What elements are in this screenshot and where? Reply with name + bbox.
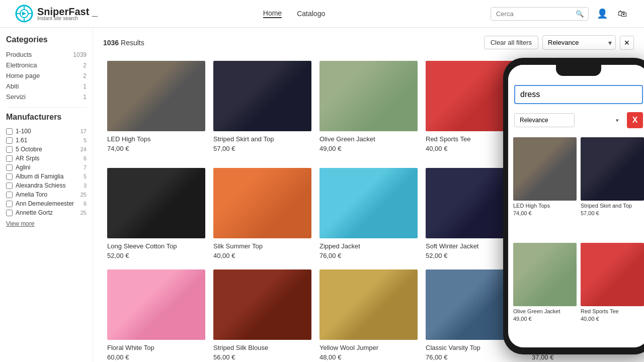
product-image	[213, 269, 311, 340]
clear-filters-button[interactable]: Clear all filters	[484, 36, 538, 49]
product-price: 57,00 €	[213, 145, 311, 152]
manufacturers-list: 1-10017 1.615 5 Octobre24 AR Srpls6 Agli…	[6, 127, 87, 217]
results-info: 1036 Results	[103, 39, 144, 47]
mfr-checkbox[interactable]	[6, 155, 13, 162]
category-count: 1039	[73, 51, 87, 58]
sidebar-item-elettronica[interactable]: Elettronica 2	[6, 60, 87, 70]
category-label: Servizi	[6, 93, 26, 101]
mfr-checkbox[interactable]	[6, 210, 13, 216]
nav-home[interactable]: Home	[263, 9, 282, 18]
cart-icon-button[interactable]: 🛍	[616, 7, 629, 21]
mfr-aglini[interactable]: Aglini7	[6, 163, 87, 172]
product-card[interactable]: Zipped Jacket76,00 €	[315, 163, 422, 264]
product-name: Olive Green Jacket	[319, 135, 418, 143]
product-name: Striped Skirt and Top	[213, 135, 311, 143]
results-label: Results	[121, 39, 144, 47]
logo-icon	[15, 5, 33, 23]
sort-wrapper: Relevance Price: Low to High Price: High…	[542, 35, 616, 50]
mfr-checkbox[interactable]	[6, 128, 13, 135]
category-label: Elettronica	[6, 61, 37, 69]
category-count: 1	[83, 94, 87, 101]
logo: SniperFast _ Instant site search	[15, 5, 98, 23]
header-nav: Home Catalogo	[263, 9, 325, 18]
mfr-checkbox[interactable]	[6, 137, 13, 144]
product-card[interactable]: Floral White Top60,00 €	[103, 264, 209, 362]
mfr-checkbox[interactable]	[6, 201, 13, 207]
product-price: 76,00 €	[319, 252, 418, 259]
manufacturers-title: Manufacturers	[6, 113, 87, 122]
mfr-5octobre[interactable]: 5 Octobre24	[6, 145, 87, 154]
phone-sort-select[interactable]: Relevance Price: Low to High Price: High…	[514, 113, 575, 127]
mfr-checkbox[interactable]	[6, 164, 13, 171]
phone-frame: Relevance Price: Low to High Price: High…	[503, 58, 644, 354]
product-card[interactable]: Yellow Wool Jumper48,00 €	[315, 264, 422, 362]
user-icon-button[interactable]: 👤	[595, 6, 610, 21]
product-price: 48,00 €	[319, 353, 418, 361]
phone-product-image	[581, 243, 644, 306]
mfr-album[interactable]: Album di Famiglia5	[6, 172, 87, 181]
product-price: 56,00 €	[213, 353, 311, 361]
product-image	[213, 61, 311, 131]
phone-product-name: Striped Skirt and Top	[581, 203, 644, 209]
sidebar: Categories Products 1039 Elettronica 2 H…	[0, 28, 93, 362]
sidebar-item-servizi[interactable]: Servizi 1	[6, 92, 87, 102]
phone-product-card[interactable]: LED High Tops 74,00 €	[511, 134, 579, 240]
phone-product-price: 74,00 €	[513, 210, 577, 216]
mfr-arsrpls[interactable]: AR Srpls6	[6, 154, 87, 163]
nav-catalogo[interactable]: Catalogo	[297, 10, 325, 18]
sidebar-item-homepage[interactable]: Home page 2	[6, 70, 87, 81]
mfr-1-100[interactable]: 1-10017	[6, 127, 87, 136]
product-image	[107, 61, 205, 131]
close-button[interactable]: ✕	[620, 36, 634, 50]
mfr-amelia[interactable]: Amelia Toro25	[6, 190, 87, 199]
phone-product-card[interactable]: Striped Skirt and Top 57,00 €	[579, 134, 644, 240]
product-price: 40,00 €	[213, 252, 311, 259]
content-header: 1036 Results Clear all filters Relevance…	[103, 35, 634, 50]
mfr-161[interactable]: 1.615	[6, 136, 87, 145]
phone-search-input[interactable]	[514, 85, 643, 104]
product-card[interactable]: Silk Summer Top40,00 €	[209, 163, 315, 264]
product-image	[107, 168, 205, 238]
phone-overlay: Relevance Price: Low to High Price: High…	[503, 58, 644, 354]
phone-product-price: 49,00 €	[513, 316, 577, 322]
mfr-checkbox[interactable]	[6, 192, 13, 198]
category-label: Products	[6, 51, 32, 58]
product-price: 76,00 €	[426, 353, 524, 361]
phone-sort-wrapper: Relevance Price: Low to High Price: High…	[514, 113, 623, 127]
svg-marker-6	[22, 12, 26, 16]
product-name: Yellow Wool Jumper	[319, 344, 418, 351]
mfr-ann[interactable]: Ann Demeulemeester6	[6, 199, 87, 208]
mfr-annette[interactable]: Annette Gortz25	[6, 208, 87, 217]
product-price: 52,00 €	[107, 252, 205, 259]
header: SniperFast _ Instant site search Home Ca…	[0, 0, 644, 28]
product-price: 74,00 €	[107, 145, 205, 152]
mfr-checkbox[interactable]	[6, 146, 13, 153]
product-card[interactable]: Striped Silk Blouse56,00 €	[209, 264, 315, 362]
product-card[interactable]: Olive Green Jacket49,00 €	[315, 56, 422, 163]
phone-x-button[interactable]: X	[627, 112, 643, 128]
product-price: 49,00 €	[319, 145, 418, 152]
category-count: 1	[83, 83, 87, 90]
sort-select[interactable]: Relevance Price: Low to High Price: High…	[542, 35, 616, 50]
product-image	[319, 61, 418, 131]
product-card[interactable]: LED High Tops74,00 €	[103, 56, 209, 163]
product-card[interactable]: Long Sleeve Cotton Top52,00 €	[103, 163, 209, 264]
category-count: 2	[83, 62, 87, 69]
header-search-button[interactable]: 🔍	[572, 8, 588, 20]
results-count: 1036	[103, 39, 119, 47]
product-name: Silk Summer Top	[213, 242, 311, 250]
phone-product-name: Red Sports Tee	[581, 308, 644, 315]
phone-product-card[interactable]: Olive Green Jacket 49,00 €	[511, 240, 579, 345]
mfr-checkbox[interactable]	[6, 173, 13, 180]
product-image	[107, 269, 205, 340]
sidebar-item-products[interactable]: Products 1039	[6, 49, 87, 60]
product-card[interactable]: Striped Skirt and Top57,00 €	[209, 56, 315, 163]
mfr-checkbox[interactable]	[6, 183, 13, 189]
phone-product-card[interactable]: Red Sports Tee 40,00 €	[579, 240, 644, 345]
mfr-alexandra[interactable]: Alexandra Schiess3	[6, 181, 87, 190]
view-more-link[interactable]: View more	[6, 220, 87, 227]
sidebar-item-abiti[interactable]: Abiti 1	[6, 81, 87, 92]
header-search-input[interactable]	[491, 8, 572, 20]
product-price: 60,00 €	[107, 353, 205, 361]
phone-sort-area: Relevance Price: Low to High Price: High…	[508, 108, 644, 132]
